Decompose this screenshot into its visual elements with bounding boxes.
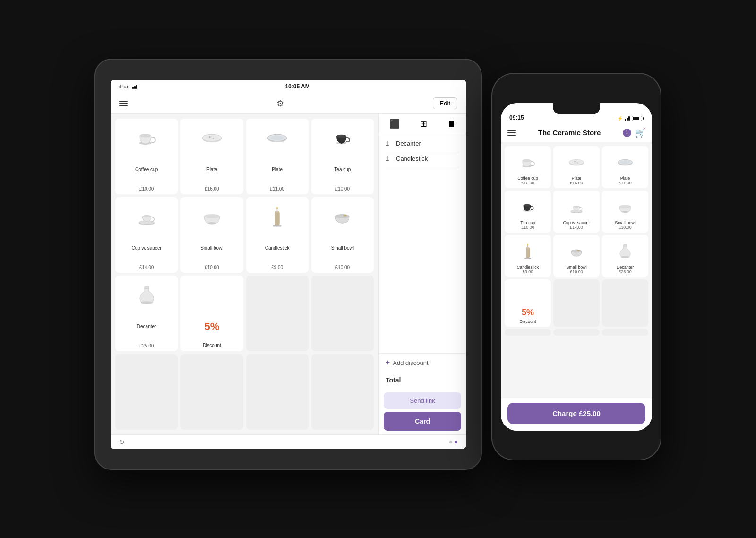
svg-point-24 (344, 215, 347, 217)
svg-point-10 (271, 136, 284, 140)
iphone-screen: 09:15 ⚡ (501, 103, 652, 431)
iphone-product-card[interactable] (553, 329, 600, 336)
cart-item-qty: 1 (386, 140, 392, 147)
svg-point-50 (571, 249, 582, 252)
product-image (313, 201, 372, 232)
svg-point-19 (275, 211, 279, 213)
product-name: Coffee cup (135, 167, 158, 173)
iphone-product-card[interactable]: Coffee cup £10.00 (505, 146, 551, 188)
wifi-icon (132, 85, 137, 89)
product-price: £9.00 (523, 269, 533, 274)
product-card[interactable]: Cup w. saucer £14.00 (115, 197, 178, 273)
add-discount-button[interactable]: + Add discount (379, 353, 466, 372)
ipad-product-grid: Coffee cup £10.00 Plate £16.00 Plate £11… (111, 114, 378, 434)
iphone-status-bar: 09:15 ⚡ (501, 103, 652, 124)
product-price: £10.00 (139, 186, 154, 191)
product-card[interactable] (115, 354, 178, 430)
ipad-cart-panel: ⬛ ⊞ 🗑 1Decanter1Candlestick + Add discou… (378, 114, 466, 434)
iphone-product-card[interactable] (553, 279, 600, 327)
iphone-product-card[interactable]: Small bowl £10.00 (553, 235, 600, 277)
product-name: Plate (272, 167, 283, 173)
iphone-menu-icon[interactable] (507, 130, 516, 136)
send-link-button[interactable]: Send link (384, 392, 461, 409)
svg-point-46 (526, 247, 530, 248)
product-card[interactable] (311, 276, 374, 351)
refresh-icon[interactable]: ↻ (119, 438, 125, 446)
iphone-product-card[interactable]: Decanter £25.00 (602, 235, 648, 277)
product-name: Small bowl (331, 245, 354, 251)
iphone-time: 09:15 (509, 114, 524, 121)
product-card[interactable]: Coffee cup £10.00 (115, 119, 178, 194)
iphone-product-card[interactable]: Plate £16.00 (553, 146, 600, 188)
iphone-product-card[interactable] (505, 329, 551, 336)
product-card[interactable] (180, 354, 243, 430)
product-card[interactable] (246, 276, 309, 351)
product-price: £10.00 (521, 181, 534, 185)
product-image (555, 239, 598, 263)
iphone-product-card[interactable]: Cup w. saucer £14.00 (553, 191, 600, 233)
iphone-product-card[interactable]: Small bowl £10.00 (602, 191, 648, 233)
product-image (117, 201, 176, 232)
product-card[interactable]: Candlestick £9.00 (246, 197, 309, 273)
ipad-toolbar: ⚙ Edit (111, 93, 466, 114)
product-card[interactable]: Tea cup £10.00 (311, 119, 374, 194)
page-dot-1 (449, 441, 452, 443)
trash-icon[interactable]: 🗑 (448, 120, 455, 128)
product-name: Decanter (137, 324, 156, 330)
svg-rect-49 (524, 258, 531, 259)
product-image (182, 122, 241, 153)
svg-point-34 (576, 160, 576, 161)
product-card[interactable]: Small bowl £10.00 (311, 197, 374, 273)
iphone-product-card[interactable]: Candlestick £9.00 (505, 235, 551, 277)
iphone-product-card[interactable]: 5% Discount (505, 279, 551, 327)
cart-divider (386, 152, 459, 152)
product-price: £11.00 (619, 181, 632, 185)
svg-point-21 (276, 207, 278, 209)
ipad-status-bar: iPad 10:05 AM (111, 80, 466, 93)
iphone-product-card[interactable]: Plate £11.00 (602, 146, 648, 188)
plus-icon: + (386, 358, 390, 367)
product-card[interactable] (246, 354, 309, 430)
cart-item-qty: 1 (386, 155, 392, 162)
product-price: £10.00 (619, 225, 632, 230)
svg-point-51 (577, 250, 580, 251)
grid-icon[interactable]: ⊞ (420, 119, 427, 129)
hamburger-menu-icon[interactable] (119, 101, 128, 106)
cart-divider (386, 167, 459, 167)
barcode-icon[interactable]: ⬛ (389, 119, 400, 129)
svg-point-1 (139, 134, 151, 137)
iphone-bottom-bar: Charge £25.00 (501, 398, 652, 431)
product-card[interactable]: Decanter £25.00 (115, 276, 178, 351)
cart-icon[interactable]: 🛒 (635, 128, 645, 138)
sliders-icon[interactable]: ⚙ (276, 98, 284, 109)
product-image (604, 150, 646, 174)
product-price: £10.00 (521, 225, 534, 230)
iphone-product-card[interactable]: Tea cup £10.00 (505, 191, 551, 233)
product-image (604, 239, 646, 263)
product-name: Plate (572, 176, 582, 181)
product-price: £10.00 (335, 265, 350, 270)
ipad-bottom-bar: ↻ (111, 434, 466, 449)
product-card[interactable]: Small bowl £10.00 (180, 197, 243, 273)
svg-point-44 (622, 211, 628, 213)
bluetooth-icon: ⚡ (617, 116, 623, 121)
product-card[interactable] (311, 354, 374, 430)
svg-point-37 (620, 160, 630, 164)
product-image (555, 150, 598, 174)
card-button[interactable]: Card (384, 412, 461, 431)
product-price: £25.00 (619, 269, 632, 274)
product-card[interactable]: 5% Discount (180, 276, 243, 351)
iphone-product-card[interactable] (602, 279, 648, 327)
charge-button[interactable]: Charge £25.00 (507, 403, 645, 424)
svg-point-33 (577, 162, 578, 163)
store-name: The Ceramic Store (538, 129, 601, 137)
edit-button[interactable]: Edit (433, 97, 457, 109)
svg-point-5 (209, 136, 211, 138)
iphone-product-body: Coffee cup £10.00 Plate £16.00 Plate £11… (501, 142, 652, 398)
product-card[interactable]: Plate £11.00 (246, 119, 309, 194)
cart-items-list: 1Decanter1Candlestick (379, 134, 466, 353)
svg-point-43 (619, 205, 631, 208)
svg-point-32 (574, 161, 576, 162)
product-card[interactable]: Plate £16.00 (180, 119, 243, 194)
iphone-product-card[interactable] (602, 329, 648, 336)
